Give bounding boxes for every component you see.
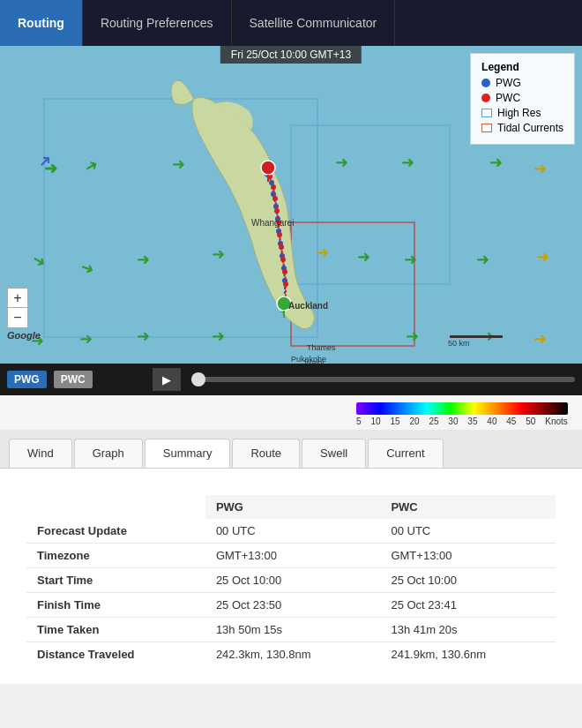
col-label-header	[26, 495, 205, 519]
svg-point-22	[282, 269, 287, 274]
content-area: PWG PWC Forecast Update00 UTC00 UTCTimez…	[0, 469, 582, 684]
row-pwc-value: GMT+13:00	[380, 544, 556, 568]
svg-text:➜: ➜	[212, 327, 225, 345]
row-pwc-value: 25 Oct 23:41	[380, 593, 556, 618]
legend-pwc-label: PWC	[496, 92, 520, 104]
row-label: Forecast Update	[26, 519, 205, 544]
svg-text:➜: ➜	[489, 154, 503, 171]
svg-rect-57	[450, 335, 503, 338]
svg-point-16	[272, 196, 278, 201]
nav-satellite-communicator[interactable]: Satellite Communicator	[232, 0, 396, 46]
row-pwg-value: GMT+13:00	[205, 544, 381, 568]
col-pwg-header: PWG	[205, 495, 381, 519]
svg-text:➜: ➜	[316, 244, 329, 261]
svg-point-19	[277, 232, 282, 237]
tidal-rect	[481, 124, 492, 132]
row-pwc-value: 241.9km, 130.6nm	[380, 642, 556, 667]
knots-45: 45	[506, 417, 516, 426]
row-pwc-value: 25 Oct 10:00	[380, 568, 556, 593]
play-button[interactable]: ▶	[153, 368, 181, 391]
row-pwg-value: 242.3km, 130.8nm	[205, 642, 381, 667]
table-row: Start Time25 Oct 10:0025 Oct 10:00	[26, 568, 556, 593]
legend-high-res-label: High Res	[497, 107, 541, 119]
map-legend: Legend PWG PWC High Res Tidal Currents	[470, 53, 575, 145]
svg-text:➜: ➜	[357, 248, 370, 266]
top-navigation: Routing Routing Preferences Satellite Co…	[0, 0, 582, 46]
playback-bar: PWG PWC ▶	[0, 364, 582, 395]
row-label: Finish Time	[26, 593, 205, 618]
svg-text:➜: ➜	[534, 330, 547, 348]
svg-text:➜: ➜	[401, 154, 414, 171]
high-res-rect	[481, 109, 492, 117]
tab-graph[interactable]: Graph	[74, 439, 143, 468]
legend-title: Legend	[481, 61, 563, 73]
map-container: Whangarei Auckland Thames Waihi Pukekohe…	[0, 46, 582, 364]
row-pwg-value: 13h 50m 15s	[205, 618, 381, 642]
knots-color-bar	[356, 402, 568, 415]
playback-track[interactable]	[191, 377, 575, 382]
tab-current[interactable]: Current	[368, 439, 443, 468]
knots-20: 20	[409, 417, 419, 426]
row-label: Time Taken	[26, 618, 205, 642]
svg-text:➜: ➜	[137, 251, 150, 268]
table-row: Forecast Update00 UTC00 UTC	[26, 519, 556, 544]
svg-point-20	[279, 244, 284, 250]
svg-text:➜: ➜	[404, 251, 417, 268]
knots-25: 25	[429, 417, 438, 426]
svg-text:Whangarei: Whangarei	[251, 218, 294, 228]
row-label: Distance Traveled	[26, 642, 205, 667]
svg-text:Pukekohe: Pukekohe	[291, 355, 326, 364]
svg-text:➜: ➜	[536, 248, 549, 266]
summary-table: PWG PWC Forecast Update00 UTC00 UTCTimez…	[26, 495, 556, 666]
pwg-label: PWG	[7, 371, 47, 388]
nav-routing[interactable]: Routing	[0, 0, 83, 46]
legend-pwc: PWC	[481, 92, 563, 104]
zoom-out-button[interactable]: −	[8, 308, 27, 327]
legend-tidal-label: Tidal Currents	[497, 122, 563, 134]
svg-text:➜: ➜	[335, 154, 348, 171]
row-pwc-value: 00 UTC	[380, 519, 556, 544]
pwc-dot	[481, 94, 490, 102]
svg-point-24	[261, 161, 275, 175]
nav-routing-preferences[interactable]: Routing Preferences	[83, 0, 232, 46]
table-row: Finish Time25 Oct 23:5025 Oct 23:41	[26, 593, 556, 618]
row-label: Timezone	[26, 544, 205, 568]
knots-15: 15	[390, 417, 399, 426]
row-label: Start Time	[26, 568, 205, 593]
pwg-dot	[481, 79, 490, 87]
row-pwg-value: 25 Oct 10:00	[205, 568, 381, 593]
tab-route[interactable]: Route	[232, 439, 300, 468]
row-pwg-value: 25 Oct 23:50	[205, 593, 381, 618]
pwc-label: PWC	[54, 371, 93, 388]
zoom-in-button[interactable]: +	[8, 289, 27, 308]
tab-wind[interactable]: Wind	[9, 439, 72, 468]
svg-text:➜: ➜	[79, 330, 93, 348]
legend-tidal: Tidal Currents	[481, 122, 563, 134]
table-row: Time Taken13h 50m 15s13h 41m 20s	[26, 618, 556, 642]
svg-point-21	[280, 257, 286, 262]
tab-swell[interactable]: Swell	[302, 439, 366, 468]
svg-text:➜: ➜	[476, 251, 489, 268]
knots-bar-container: 5 10 15 20 25 30 35 40 45 50 Knots	[0, 395, 582, 430]
table-row: TimezoneGMT+13:00GMT+13:00	[26, 544, 556, 568]
knots-40: 40	[487, 417, 496, 426]
knots-10: 10	[370, 417, 380, 426]
svg-text:➜: ➜	[212, 245, 225, 263]
map-date-bar: Fri 25/Oct 10:00 GMT+13	[220, 46, 362, 64]
zoom-controls: + −	[7, 288, 28, 328]
knots-labels: 5 10 15 20 25 30 35 40 45 50 Knots	[356, 417, 568, 426]
row-pwc-value: 13h 41m 20s	[380, 618, 556, 642]
knots-unit: Knots	[545, 417, 568, 426]
knots-5: 5	[356, 417, 362, 426]
table-row: Distance Traveled242.3km, 130.8nm241.9km…	[26, 642, 556, 667]
legend-pwg-label: PWG	[496, 77, 521, 89]
svg-point-23	[283, 281, 288, 287]
knots-30: 30	[448, 417, 458, 426]
playback-thumb[interactable]	[191, 372, 205, 387]
tab-summary[interactable]: Summary	[145, 439, 231, 468]
svg-text:➜: ➜	[406, 327, 419, 345]
svg-text:Auckland: Auckland	[288, 301, 328, 311]
svg-text:50 km: 50 km	[448, 339, 470, 348]
svg-text:➜: ➜	[172, 155, 185, 173]
legend-high-res: High Res	[481, 107, 563, 119]
